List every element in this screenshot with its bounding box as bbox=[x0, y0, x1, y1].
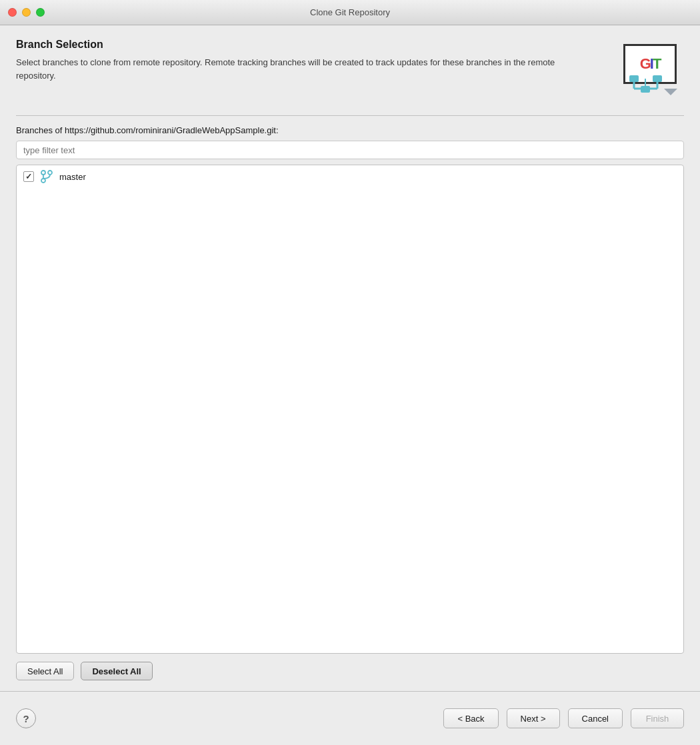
git-logo: GIT bbox=[621, 39, 684, 102]
dialog-footer: ? < Back Next > Cancel Finish bbox=[0, 692, 700, 745]
svg-point-8 bbox=[41, 171, 45, 175]
git-branch-icon bbox=[39, 169, 54, 184]
branch-name: master bbox=[59, 172, 86, 182]
cancel-button[interactable]: Cancel bbox=[568, 708, 623, 728]
branch-icon bbox=[39, 169, 54, 184]
section-description: Select branches to clone from remote rep… bbox=[16, 56, 563, 82]
header-text: Branch Selection Select branches to clon… bbox=[16, 39, 610, 82]
close-button[interactable] bbox=[8, 8, 17, 17]
filter-input[interactable] bbox=[16, 141, 684, 159]
dialog-body: Branch Selection Select branches to clon… bbox=[0, 25, 700, 692]
header-section: Branch Selection Select branches to clon… bbox=[16, 39, 684, 102]
list-item[interactable]: master bbox=[17, 165, 683, 188]
svg-rect-3 bbox=[629, 75, 639, 82]
back-button[interactable]: < Back bbox=[443, 708, 498, 728]
git-connector-icon bbox=[621, 75, 681, 102]
svg-point-9 bbox=[48, 171, 52, 175]
selection-buttons: Select All Deselect All bbox=[16, 662, 684, 680]
svg-rect-4 bbox=[653, 75, 662, 82]
next-button[interactable]: Next > bbox=[507, 708, 560, 728]
section-title: Branch Selection bbox=[16, 39, 610, 51]
svg-rect-5 bbox=[641, 86, 650, 93]
deselect-all-button[interactable]: Deselect All bbox=[81, 662, 152, 680]
window-controls bbox=[8, 8, 45, 17]
svg-marker-7 bbox=[664, 89, 677, 95]
titlebar: Clone Git Repository bbox=[0, 0, 700, 25]
branch-list: master bbox=[16, 165, 684, 654]
header-separator bbox=[16, 115, 684, 116]
filter-input-wrap bbox=[16, 141, 684, 159]
branches-label: Branches of https://github.com/rominiran… bbox=[16, 125, 684, 135]
help-button[interactable]: ? bbox=[16, 708, 36, 728]
minimize-button[interactable] bbox=[22, 8, 31, 17]
branch-checkbox[interactable] bbox=[23, 171, 34, 182]
finish-button[interactable]: Finish bbox=[631, 708, 684, 728]
window-title: Clone Git Repository bbox=[310, 7, 390, 17]
select-all-button[interactable]: Select All bbox=[16, 662, 74, 680]
maximize-button[interactable] bbox=[36, 8, 45, 17]
